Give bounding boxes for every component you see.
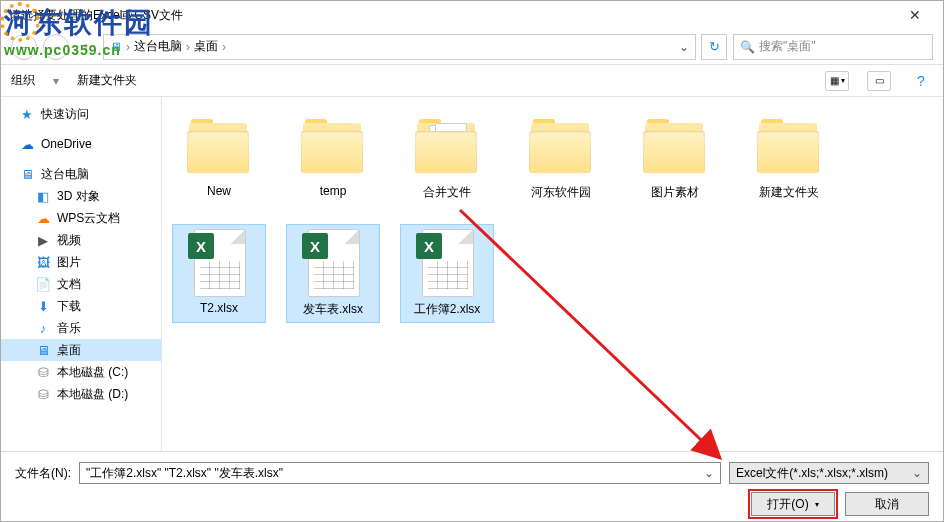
file-label: 合并文件 <box>423 184 471 201</box>
file-label: New <box>207 184 231 198</box>
close-icon[interactable]: ✕ <box>895 3 935 27</box>
file-item[interactable]: 河东软件园 <box>514 107 608 206</box>
file-item[interactable]: 合并文件 <box>400 107 494 206</box>
drive-icon: ⛁ <box>35 364 51 380</box>
document-icon: 📄 <box>35 276 51 292</box>
folder-icon <box>529 119 593 173</box>
chevron-right-icon: › <box>186 40 190 54</box>
chevron-right-icon: › <box>222 40 226 54</box>
sidebar-item-downloads[interactable]: ⬇下载 <box>1 295 161 317</box>
refresh-button[interactable]: ↻ <box>701 34 727 60</box>
sidebar: ★快速访问 ☁OneDrive 🖥这台电脑 ◧3D 对象 ☁WPS云文档 ▶视频… <box>1 97 161 451</box>
star-icon: ★ <box>19 106 35 122</box>
organize-button[interactable]: 组织 <box>11 72 35 89</box>
sidebar-item-drive-d[interactable]: ⛁本地磁盘 (D:) <box>1 383 161 405</box>
breadcrumb[interactable]: 🖥 › 这台电脑 › 桌面 › ⌄ <box>103 34 696 60</box>
cube-icon: ◧ <box>35 188 51 204</box>
folder-icon <box>187 119 251 173</box>
file-label: 新建文件夹 <box>759 184 819 201</box>
view-options-button[interactable]: ▦▾ <box>825 71 849 91</box>
picture-icon: 🖼 <box>35 254 51 270</box>
file-item[interactable]: XT2.xlsx <box>172 224 266 323</box>
video-icon: ▶ <box>35 232 51 248</box>
file-item[interactable]: X发车表.xlsx <box>286 224 380 323</box>
sidebar-item-videos[interactable]: ▶视频 <box>1 229 161 251</box>
file-label: 河东软件园 <box>531 184 591 201</box>
breadcrumb-desktop[interactable]: 桌面 <box>194 38 218 55</box>
cloud-icon: ☁ <box>19 136 35 152</box>
filter-select[interactable]: Excel文件(*.xls;*.xlsx;*.xlsm)⌄ <box>729 462 929 484</box>
excel-icon: X <box>188 229 250 297</box>
filename-input[interactable]: "工作簿2.xlsx" "T2.xlsx" "发车表.xlsx"⌄ <box>79 462 721 484</box>
sidebar-item-drive-c[interactable]: ⛁本地磁盘 (C:) <box>1 361 161 383</box>
cancel-button[interactable]: 取消 <box>845 492 929 516</box>
chevron-down-icon[interactable]: ⌄ <box>679 40 689 54</box>
sidebar-item-music[interactable]: ♪音乐 <box>1 317 161 339</box>
watermark: 河东软件园 www.pc0359.cn <box>4 4 154 58</box>
excel-icon: X <box>302 229 364 297</box>
download-icon: ⬇ <box>35 298 51 314</box>
sidebar-item-desktop[interactable]: 🖥桌面 <box>1 339 161 361</box>
file-item[interactable]: temp <box>286 107 380 206</box>
file-label: 发车表.xlsx <box>303 301 363 318</box>
chevron-down-icon[interactable]: ⌄ <box>704 466 714 480</box>
chevron-down-icon: ⌄ <box>912 466 922 480</box>
search-icon: 🔍 <box>740 40 755 54</box>
file-label: 图片素材 <box>651 184 699 201</box>
newfolder-button[interactable]: 新建文件夹 <box>77 72 137 89</box>
sidebar-item-wps[interactable]: ☁WPS云文档 <box>1 207 161 229</box>
desktop-icon: 🖥 <box>35 342 51 358</box>
sidebar-item-thispc[interactable]: 🖥这台电脑 <box>1 163 161 185</box>
sidebar-item-quick[interactable]: ★快速访问 <box>1 103 161 125</box>
file-label: temp <box>320 184 347 198</box>
help-button[interactable]: ? <box>909 71 933 91</box>
sidebar-item-pictures[interactable]: 🖼图片 <box>1 251 161 273</box>
search-placeholder: 搜索"桌面" <box>759 38 816 55</box>
pc-icon: 🖥 <box>19 166 35 182</box>
folder-icon <box>301 119 365 173</box>
file-item[interactable]: New <box>172 107 266 206</box>
filename-label: 文件名(N): <box>15 465 71 482</box>
folder-icon <box>757 119 821 173</box>
cloud-icon: ☁ <box>35 210 51 226</box>
file-label: 工作簿2.xlsx <box>414 301 481 318</box>
file-label: T2.xlsx <box>200 301 238 315</box>
sidebar-item-3d[interactable]: ◧3D 对象 <box>1 185 161 207</box>
open-button[interactable]: 打开(O)▾ <box>751 492 835 516</box>
music-icon: ♪ <box>35 320 51 336</box>
excel-icon: X <box>416 229 478 297</box>
folder-icon <box>643 119 707 173</box>
sidebar-item-onedrive[interactable]: ☁OneDrive <box>1 133 161 155</box>
folder-icon <box>415 119 479 173</box>
sidebar-item-documents[interactable]: 📄文档 <box>1 273 161 295</box>
file-item[interactable]: 图片素材 <box>628 107 722 206</box>
file-item[interactable]: X工作簿2.xlsx <box>400 224 494 323</box>
file-area[interactable]: Newtemp合并文件河东软件园图片素材新建文件夹XT2.xlsxX发车表.xl… <box>161 97 943 451</box>
file-item[interactable]: 新建文件夹 <box>742 107 836 206</box>
search-input[interactable]: 🔍 搜索"桌面" <box>733 34 933 60</box>
preview-pane-button[interactable]: ▭ <box>867 71 891 91</box>
drive-icon: ⛁ <box>35 386 51 402</box>
